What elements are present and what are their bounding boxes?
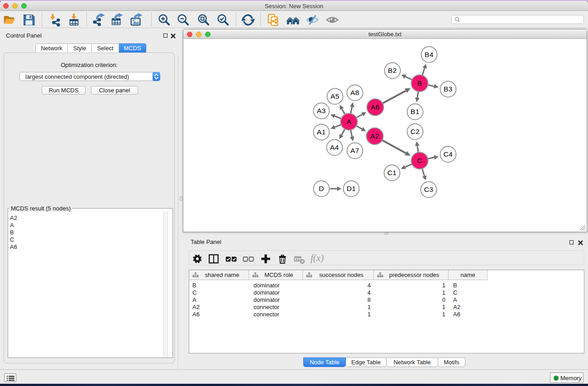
svg-text:B: B — [417, 79, 422, 87]
svg-text:A1: A1 — [317, 128, 326, 136]
svg-text:B2: B2 — [388, 67, 397, 74]
svg-text:A: A — [347, 118, 352, 125]
svg-text:D1: D1 — [347, 185, 356, 192]
svg-text:A7: A7 — [350, 147, 359, 154]
svg-text:A3: A3 — [317, 107, 326, 114]
svg-text:B1: B1 — [411, 108, 420, 115]
svg-text:A6: A6 — [371, 103, 380, 111]
svg-text:A5: A5 — [330, 92, 339, 100]
svg-text:C2: C2 — [411, 128, 420, 135]
svg-text:A4: A4 — [330, 143, 339, 151]
svg-text:B4: B4 — [425, 51, 434, 58]
svg-text:C3: C3 — [424, 186, 434, 193]
svg-text:C1: C1 — [387, 169, 397, 176]
svg-text:B3: B3 — [444, 85, 453, 93]
svg-text:D: D — [319, 185, 324, 192]
svg-text:A8: A8 — [350, 89, 359, 96]
svg-text:C: C — [417, 157, 422, 164]
svg-text:A2: A2 — [370, 132, 379, 140]
svg-text:C4: C4 — [444, 150, 453, 158]
